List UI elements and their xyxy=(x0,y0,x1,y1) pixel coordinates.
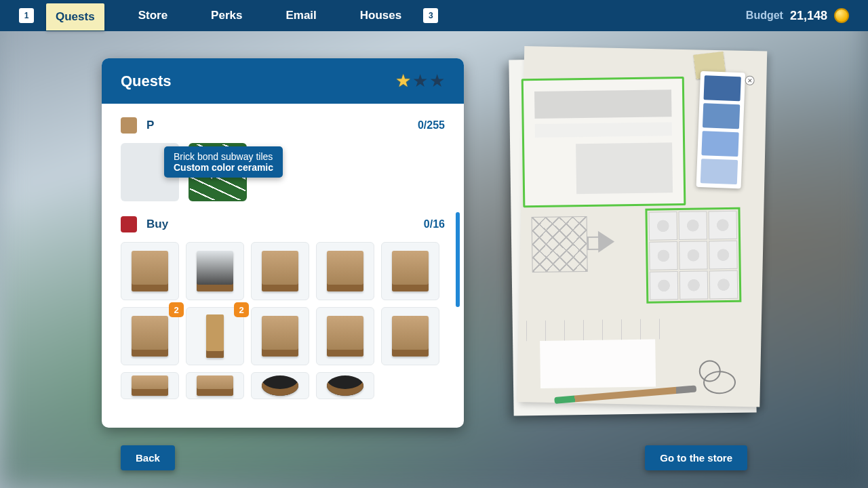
buy-item[interactable] xyxy=(186,242,244,300)
buy-item[interactable] xyxy=(316,242,374,300)
buy-item[interactable] xyxy=(121,242,179,300)
buy-item[interactable] xyxy=(381,307,439,365)
section-label: P xyxy=(146,119,408,132)
star-icon: ★ xyxy=(395,70,411,92)
quantity-badge: 2 xyxy=(234,302,249,317)
coin-icon xyxy=(834,8,849,23)
quantity-badge: 2 xyxy=(169,302,184,317)
top-navigation-bar: 1 Quests Store Perks Email Houses 3 Budg… xyxy=(0,0,868,31)
buy-item[interactable] xyxy=(251,242,309,300)
back-button[interactable]: Back xyxy=(121,445,175,470)
section-progress: 0/16 xyxy=(424,218,445,230)
color-swatch[interactable] xyxy=(701,131,738,157)
tab-row: Quests Store Perks Email Houses xyxy=(46,2,411,29)
buy-item[interactable]: 2 xyxy=(121,307,179,365)
buy-item[interactable] xyxy=(316,307,374,365)
color-swatch[interactable] xyxy=(703,103,740,129)
section-progress: 0/255 xyxy=(418,119,445,131)
star-icon: ★ xyxy=(412,70,428,92)
tab-perks[interactable]: Perks xyxy=(201,2,252,29)
buy-items-grid-overflow xyxy=(121,372,445,399)
buy-item[interactable] xyxy=(186,372,244,399)
go-to-store-button[interactable]: Go to the store xyxy=(645,445,747,470)
difficulty-stars: ★ ★ ★ xyxy=(395,70,445,92)
section-label: Buy xyxy=(146,218,414,231)
budget-value: 21,148 xyxy=(790,9,827,23)
tooltip-title: Brick bond subway tiles xyxy=(174,151,273,162)
buy-item[interactable]: 2 xyxy=(186,307,244,365)
close-icon[interactable]: ✕ xyxy=(745,75,755,85)
tab-quests[interactable]: Quests xyxy=(46,3,104,30)
quests-panel-title: Quests xyxy=(121,73,172,90)
sketch-kitchen-highlight xyxy=(521,77,686,207)
color-swatch[interactable] xyxy=(701,159,738,184)
buy-item[interactable] xyxy=(316,372,374,399)
reference-design-card: ✕ xyxy=(509,57,756,416)
tooltip-subtitle: Custom color ceramic xyxy=(174,162,273,173)
shopping-cart-icon xyxy=(121,216,137,232)
arrow-right-icon xyxy=(598,230,614,252)
bottom-button-bar: Back Go to the store xyxy=(0,445,868,470)
color-swatch-strip[interactable]: ✕ xyxy=(696,71,746,188)
prev-tab-key-hint: 1 xyxy=(19,8,34,23)
budget-label: Budget xyxy=(746,9,783,22)
quest-section-buy: Buy 0/16 2 2 xyxy=(121,216,445,399)
quests-panel-header: Quests ★ ★ ★ xyxy=(102,58,464,104)
buy-item[interactable] xyxy=(381,242,439,300)
next-tab-key-hint: 3 xyxy=(423,8,438,23)
tab-store[interactable]: Store xyxy=(129,2,177,29)
star-icon: ★ xyxy=(429,70,445,92)
material-tooltip: Brick bond subway tiles Custom color cer… xyxy=(164,146,283,178)
tab-email[interactable]: Email xyxy=(276,2,326,29)
budget-display: Budget 21,148 xyxy=(746,8,849,23)
buy-item[interactable] xyxy=(251,307,309,365)
sketch-rubber-duck xyxy=(699,360,738,394)
sketch-tile-before xyxy=(532,216,588,272)
paint-roller-icon xyxy=(121,117,137,134)
tab-houses[interactable]: Houses xyxy=(351,2,411,29)
color-swatch[interactable] xyxy=(704,75,741,101)
sketch-tile-after-highlight xyxy=(645,207,741,304)
scrollbar-thumb[interactable] xyxy=(456,212,460,307)
buy-item[interactable] xyxy=(251,372,309,399)
buy-item[interactable] xyxy=(121,372,179,399)
quests-panel: Quests ★ ★ ★ P 0/255 xyxy=(102,58,464,428)
buy-items-grid: 2 2 xyxy=(121,242,445,365)
